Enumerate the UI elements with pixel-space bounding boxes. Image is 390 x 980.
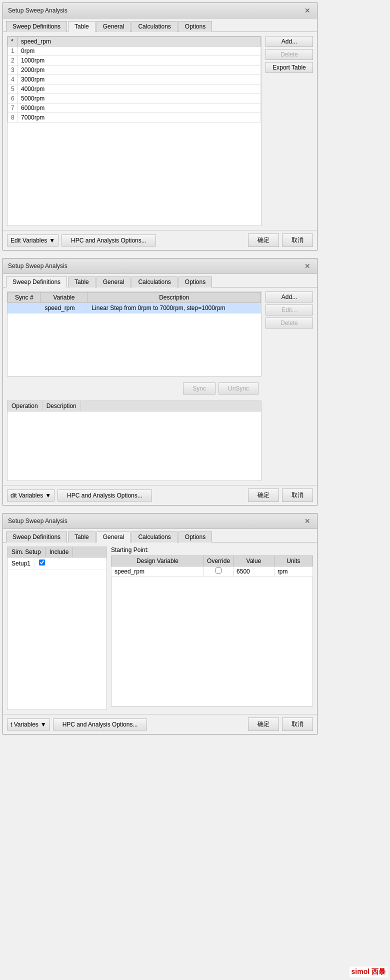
starting-point-label: Starting Point: <box>111 546 313 554</box>
tab-calculations[interactable]: Calculations <box>132 21 177 32</box>
tab2-calculations[interactable]: Calculations <box>132 276 177 288</box>
sp-col-value: Value <box>234 556 274 566</box>
ok2-button[interactable]: 确定 <box>248 488 279 502</box>
col-sync: Sync # <box>8 292 40 303</box>
tab-options[interactable]: Options <box>178 21 212 32</box>
left-panel-empty <box>8 570 106 710</box>
dialog3: Setup Sweep Analysis ✕ Sweep Definitions… <box>2 513 318 734</box>
dialog1-data-table: * speed_rpm 10rpm21000rpm32000rpm43000rp… <box>8 36 261 122</box>
sp-empty-area <box>111 576 313 706</box>
ok3-button[interactable]: 确定 <box>248 718 279 731</box>
sp-override-cell[interactable] <box>204 566 234 576</box>
row-num: 3 <box>8 66 18 75</box>
edit2-button[interactable]: Edit... <box>266 304 313 316</box>
add2-button[interactable]: Add... <box>266 292 313 302</box>
hpc-button[interactable]: HPC and Analysis Options... <box>62 234 156 246</box>
row-value: 4000rpm <box>18 84 261 94</box>
op-col-operation: Operation <box>8 401 42 411</box>
override-checkbox[interactable] <box>216 568 222 574</box>
tab3-options[interactable]: Options <box>178 532 212 542</box>
edit-variables2-button[interactable]: dit Variables ▼ <box>7 490 54 502</box>
table-row[interactable]: 32000rpm <box>8 66 261 75</box>
sp-col-variable: Design Variable <box>112 556 204 566</box>
edit-variables3-label: t Variables <box>10 721 38 728</box>
sweep-description-cell: Linear Step from 0rpm to 7000rpm, step=1… <box>88 303 261 314</box>
tab3-calculations[interactable]: Calculations <box>132 532 177 542</box>
table-row[interactable]: 21000rpm <box>8 56 261 66</box>
row-num: 7 <box>8 104 18 113</box>
cancel3-button[interactable]: 取消 <box>282 718 313 731</box>
include-checkbox[interactable] <box>39 560 45 566</box>
row-num: 6 <box>8 94 18 104</box>
tab-general[interactable]: General <box>96 21 131 32</box>
tab3-sweep-definitions[interactable]: Sweep Definitions <box>6 532 67 542</box>
tab-table[interactable]: Table <box>68 21 96 32</box>
op-col-description: Description <box>42 401 81 411</box>
dialog3-tabbar: Sweep Definitions Table General Calculat… <box>3 529 317 542</box>
dialog2-close-button[interactable]: ✕ <box>303 262 312 270</box>
left-panel: Sim. Setup Include Setup1 <box>7 546 107 710</box>
edit-variables3-button[interactable]: t Variables ▼ <box>7 718 50 730</box>
dialog1-close-button[interactable]: ✕ <box>303 6 312 15</box>
table-row[interactable]: 10rpm <box>8 46 261 56</box>
dialog2-main: Sync # Variable Description speed_rpm Li… <box>7 292 313 481</box>
cancel2-button[interactable]: 取消 <box>282 488 313 502</box>
dialog2-content: Sync # Variable Description speed_rpm Li… <box>3 287 317 485</box>
setup-row: Setup1 <box>8 558 106 570</box>
row-value: 3000rpm <box>18 75 261 84</box>
sync-button[interactable]: Sync <box>183 382 216 394</box>
tab2-general[interactable]: General <box>96 276 131 288</box>
tab2-options[interactable]: Options <box>178 276 212 288</box>
dialog2-title: Setup Sweep Analysis <box>8 262 68 270</box>
dialog3-footer-left: t Variables ▼ HPC and Analysis Options..… <box>7 718 147 730</box>
sp-row: speed_rpm 6500 rpm <box>112 566 313 576</box>
delete-button[interactable]: Delete <box>266 49 313 60</box>
sweep-def-row[interactable]: speed_rpm Linear Step from 0rpm to 7000r… <box>8 303 261 314</box>
export-table-button[interactable]: Export Table <box>266 62 313 73</box>
dialog3-titlebar: Setup Sweep Analysis ✕ <box>3 514 317 529</box>
dialog1-main: * speed_rpm 10rpm21000rpm32000rpm43000rp… <box>7 36 313 226</box>
tab2-table[interactable]: Table <box>68 276 96 288</box>
tab-sweep-definitions[interactable]: Sweep Definitions <box>6 21 67 32</box>
unsync-button[interactable]: UnSync <box>218 382 258 394</box>
edit-variables-button[interactable]: Edit Variables ▼ <box>7 234 58 246</box>
sync-area: Sync UnSync <box>7 380 262 398</box>
sp-col-override: Override <box>204 556 234 566</box>
table-row[interactable]: 65000rpm <box>8 94 261 104</box>
cancel-button[interactable]: 取消 <box>282 234 313 247</box>
row-num: 2 <box>8 56 18 66</box>
dialog2: Setup Sweep Analysis ✕ Sweep Definitions… <box>2 258 318 506</box>
row-value: 2000rpm <box>18 66 261 75</box>
table-row[interactable]: 43000rpm <box>8 75 261 84</box>
starting-point-table: Design Variable Override Value Units spe… <box>111 556 313 576</box>
tab3-general[interactable]: General <box>96 532 131 542</box>
sweep-def-area: Sync # Variable Description speed_rpm Li… <box>7 292 262 376</box>
sweep-sync-cell <box>8 303 40 314</box>
dialog1-tabbar: Sweep Definitions Table General Calculat… <box>3 18 317 32</box>
dialog3-title: Setup Sweep Analysis <box>8 518 68 524</box>
hpc2-button[interactable]: HPC and Analysis Options... <box>58 490 152 502</box>
hpc3-button[interactable]: HPC and Analysis Options... <box>53 718 148 730</box>
row-value: 5000rpm <box>18 94 261 104</box>
dropdown-arrow2-icon: ▼ <box>45 492 51 499</box>
edit-variables2-label: dit Variables <box>10 492 43 499</box>
include-checkbox-cell[interactable] <box>35 558 45 568</box>
delete2-button[interactable]: Delete <box>266 318 313 328</box>
table-row[interactable]: 54000rpm <box>8 84 261 94</box>
table-row[interactable]: 87000rpm <box>8 113 261 122</box>
dialog3-close-button[interactable]: ✕ <box>303 516 312 526</box>
setup-name-cell: Setup1 <box>8 559 35 568</box>
tab3-table[interactable]: Table <box>68 532 96 542</box>
row-value: 7000rpm <box>18 113 261 122</box>
dialog1-footer-left: Edit Variables ▼ HPC and Analysis Option… <box>7 234 156 246</box>
dialog1-titlebar: Setup Sweep Analysis ✕ <box>3 3 317 18</box>
dialog1-footer: Edit Variables ▼ HPC and Analysis Option… <box>3 230 317 250</box>
ok-button[interactable]: 确定 <box>248 234 279 247</box>
table-row[interactable]: 76000rpm <box>8 104 261 113</box>
row-num: 8 <box>8 113 18 122</box>
dropdown-arrow3-icon: ▼ <box>40 721 46 728</box>
dialog2-left: Sync # Variable Description speed_rpm Li… <box>7 292 262 481</box>
col-header-star: * <box>8 37 18 46</box>
tab2-sweep-definitions[interactable]: Sweep Definitions <box>6 276 67 288</box>
add-button[interactable]: Add... <box>266 36 313 47</box>
